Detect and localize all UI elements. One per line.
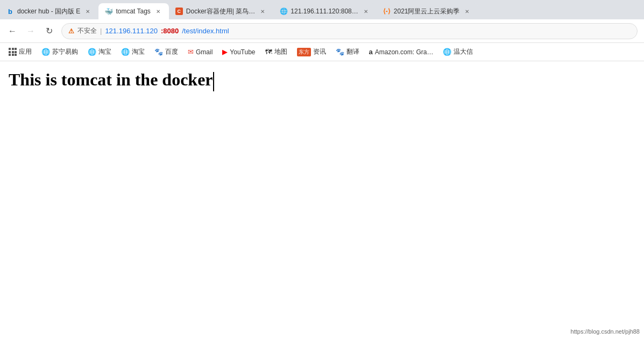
page-content: This is tomcat in the docker https://blo… [0, 61, 644, 339]
bookmark-maps[interactable]: 🗺 地图 [261, 45, 292, 59]
bookmark-suning[interactable]: 🌐 苏宁易购 [37, 45, 82, 59]
bookmark-translate[interactable]: 🐾 翻译 [331, 45, 364, 59]
bookmark-label: Gmail [196, 48, 213, 56]
url-host: 121.196.111.120 [105, 27, 158, 35]
bookmark-label: 苏宁易购 [52, 47, 78, 56]
tab-label: docker hub - 国内版 E [17, 7, 80, 16]
wendaxin-icon: 🌐 [443, 48, 451, 56]
page-heading: This is tomcat in the docker [9, 70, 635, 91]
youtube-icon: ▶ [222, 48, 228, 56]
globe-icon: 🌐 [280, 8, 287, 15]
nav-bar: ← → ↻ ⚠ 不安全 | 121.196.111.120:8080/test/… [0, 19, 644, 43]
bookmark-label: 资讯 [313, 47, 326, 56]
tab-close-button[interactable]: ✕ [258, 7, 267, 16]
title-bar: b docker hub - 国内版 E ✕ 🐳 tomcat Tags ✕ C… [0, 0, 644, 19]
tab-tomcat-tags[interactable]: 🐳 tomcat Tags ✕ [98, 3, 168, 19]
bookmark-label: 淘宝 [132, 47, 145, 56]
tab-close-button[interactable]: ✕ [362, 7, 370, 16]
bottom-link: https://blog.csdn.net/pjh88 [571, 328, 640, 335]
tab-close-button[interactable]: ✕ [83, 7, 92, 16]
bookmark-baidu[interactable]: 🐾 百度 [150, 45, 182, 59]
tab-label: 2021阿里云上云采购季 [394, 7, 460, 16]
url-port: :8080 [161, 27, 179, 35]
gmail-icon: ✉ [188, 48, 194, 56]
bookmark-label: 翻译 [346, 47, 359, 56]
baidu-icon: 🐾 [154, 48, 163, 56]
translate-icon: 🐾 [336, 48, 344, 56]
bookmark-label: 淘宝 [98, 47, 111, 56]
bookmark-label: 百度 [165, 47, 178, 56]
taobao2-icon: 🌐 [121, 48, 130, 56]
csdn-icon: C [175, 8, 183, 15]
bing-icon: b [6, 8, 14, 15]
tab-close-button[interactable]: ✕ [463, 7, 471, 16]
tab-docker-usage[interactable]: C Docker容器使用| 菜鸟… ✕ [169, 3, 273, 19]
reload-button[interactable]: ↻ [41, 23, 57, 39]
forward-button[interactable]: → [23, 23, 39, 39]
warning-icon: ⚠ [68, 27, 74, 35]
address-bar[interactable]: ⚠ 不安全 | 121.196.111.120:8080/test/index.… [61, 23, 638, 39]
bookmark-label: YouTube [230, 48, 255, 56]
bookmarks-bar: 应用 🌐 苏宁易购 🌐 淘宝 🌐 淘宝 🐾 百度 ✉ Gmail ▶ YouTu… [0, 43, 644, 61]
separator: | [100, 27, 102, 35]
bookmark-label: 温大信 [454, 47, 473, 56]
bookmark-amazon[interactable]: a Amazon.com: Gra… [365, 46, 438, 58]
bookmark-taobao2[interactable]: 🌐 淘宝 [117, 45, 149, 59]
amazon-icon: a [369, 48, 373, 56]
bookmark-youtube[interactable]: ▶ YouTube [218, 46, 259, 58]
bookmark-label: 地图 [274, 47, 287, 56]
text-cursor [213, 72, 214, 91]
tab-docker-hub[interactable]: b docker hub - 国内版 E ✕ [0, 3, 98, 19]
bookmark-label: 应用 [19, 47, 32, 56]
tab-label: Docker容器使用| 菜鸟… [186, 7, 255, 16]
news-icon: 东方 [297, 48, 311, 56]
aliyun-icon: ⟨-⟩ [383, 8, 391, 15]
heading-text: This is tomcat in the docker [9, 70, 213, 89]
bookmark-wendaxin[interactable]: 🌐 温大信 [438, 45, 477, 59]
bookmark-gmail[interactable]: ✉ Gmail [183, 46, 217, 58]
tab-ip[interactable]: 🌐 121.196.111.120:808… ✕ [273, 3, 376, 19]
tab-label: 121.196.111.120:808… [291, 8, 358, 15]
tab-label: tomcat Tags [116, 8, 150, 15]
url-path: /test/index.html [182, 27, 229, 35]
bookmark-apps[interactable]: 应用 [4, 45, 36, 59]
docker-icon: 🐳 [105, 8, 112, 15]
taobao1-icon: 🌐 [88, 48, 96, 56]
suning-icon: 🌐 [41, 48, 50, 56]
bookmark-news[interactable]: 东方 资讯 [293, 45, 330, 59]
maps-icon: 🗺 [265, 48, 272, 56]
apps-grid-icon [9, 48, 17, 56]
bookmark-taobao1[interactable]: 🌐 淘宝 [83, 45, 116, 59]
tab-close-button[interactable]: ✕ [154, 7, 162, 16]
back-button[interactable]: ← [4, 23, 20, 39]
bookmark-label: Amazon.com: Gra… [375, 48, 434, 56]
insecure-label: 不安全 [77, 26, 97, 35]
tab-aliyun[interactable]: ⟨-⟩ 2021阿里云上云采购季 ✕ [377, 3, 478, 19]
